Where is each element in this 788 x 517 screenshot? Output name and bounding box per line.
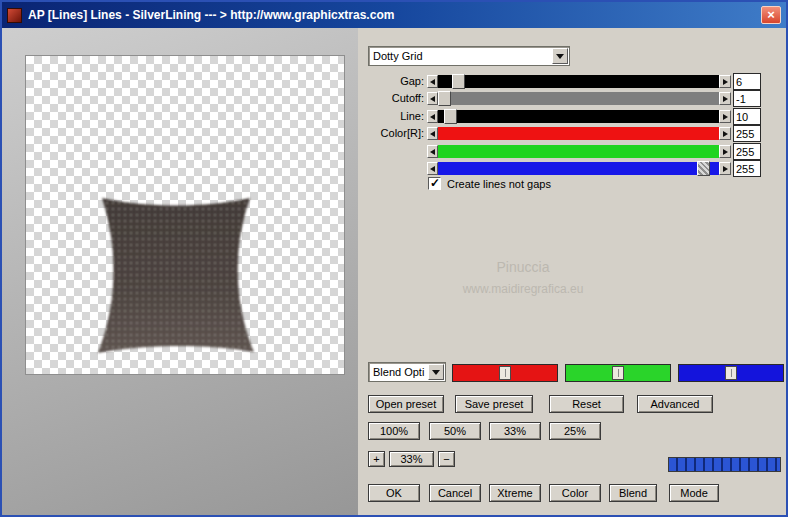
blend-slider-red[interactable] [452,364,558,382]
slider-track[interactable] [438,162,719,175]
slider-value-input[interactable] [733,108,761,125]
blend-slider-blue[interactable] [678,364,784,382]
preset-dropdown-arrow[interactable] [552,48,568,64]
right-arrow-icon [723,131,728,137]
left-arrow-icon [430,149,435,155]
slider-value-input[interactable] [733,73,761,90]
slider-right-arrow[interactable] [719,75,731,88]
blend-button[interactable]: Blend [609,484,657,502]
right-arrow-icon [723,149,728,155]
chevron-down-icon [432,370,440,375]
app-icon [7,8,22,23]
reset-button[interactable]: Reset [549,395,624,413]
right-arrow-icon [723,114,728,120]
zoom-100-button[interactable]: 100% [368,422,420,440]
checkmark-icon: ✓ [430,176,440,190]
slider-value-input[interactable] [733,90,761,107]
zoom-33-button[interactable]: 33% [489,422,541,440]
slider-row-color-r: Color[R]: [358,125,764,142]
slider-thumb[interactable] [697,161,710,176]
left-arrow-icon [430,166,435,172]
xtreme-button[interactable]: Xtreme [489,484,541,502]
slider-thumb[interactable] [444,109,457,124]
zoom-level-value: 33% [389,451,434,467]
color-button[interactable]: Color [549,484,601,502]
titlebar[interactable]: AP [Lines] Lines - SilverLining --- > ht… [2,2,786,28]
slider-left-arrow[interactable] [427,75,438,88]
control-pane: Dotty Grid Gap: Cutoff: [358,28,786,515]
slider-label [358,143,424,160]
blend-slider-green-thumb[interactable] [612,366,624,380]
slider-right-arrow[interactable] [719,92,731,105]
left-arrow-icon [430,79,435,85]
blend-slider-green[interactable] [565,364,671,382]
slider-left-arrow[interactable] [427,92,438,105]
blend-dropdown-arrow[interactable] [428,364,444,380]
create-lines-label: Create lines not gaps [447,177,551,191]
save-preset-button[interactable]: Save preset [455,395,533,413]
zoom-25-button[interactable]: 25% [549,422,601,440]
chevron-down-icon [556,54,564,59]
close-button[interactable]: × [761,6,781,24]
blend-dropdown-value: Blend Opti [373,366,425,378]
cancel-button[interactable]: Cancel [429,484,481,502]
slider-left-arrow[interactable] [427,162,438,175]
create-lines-checkbox[interactable]: ✓ [428,177,441,190]
watermark-line2: www.maidiregrafica.eu [418,282,628,296]
mode-button[interactable]: Mode [669,484,719,502]
right-arrow-icon [723,166,728,172]
zoom-minus-button[interactable]: − [438,451,455,467]
slider-value-input[interactable] [733,125,761,142]
advanced-button[interactable]: Advanced [637,395,713,413]
right-arrow-icon [723,79,728,85]
slider-left-arrow[interactable] [427,145,438,158]
blend-options-dropdown[interactable]: Blend Opti [368,362,446,382]
progress-bar [668,457,781,472]
slider-label: Cutoff: [358,90,424,107]
left-arrow-icon [430,131,435,137]
slider-left-arrow[interactable] [427,110,438,123]
slider-label: Color[R]: [358,125,424,142]
slider-track[interactable] [438,75,719,88]
slider-label: Line: [358,108,424,125]
watermark: Pinuccia www.maidiregrafica.eu [418,259,628,296]
slider-row-line: Line: [358,108,764,125]
slider-row-gap: Gap: [358,73,764,90]
preview-canvas[interactable] [25,55,345,375]
zoom-plus-button[interactable]: + [368,451,385,467]
slider-row-color-g [358,143,764,160]
slider-track[interactable] [438,145,719,158]
zoom-50-button[interactable]: 50% [429,422,481,440]
window-title: AP [Lines] Lines - SilverLining --- > ht… [28,8,761,22]
close-icon: × [767,7,775,22]
slider-value-input[interactable] [733,143,761,160]
window-body: Dotty Grid Gap: Cutoff: [2,28,786,515]
slider-track[interactable] [438,92,719,105]
preset-dropdown-value: Dotty Grid [373,50,549,62]
slider-thumb[interactable] [452,74,465,89]
preset-dropdown[interactable]: Dotty Grid [368,46,570,66]
preview-shape [26,56,344,374]
slider-thumb[interactable] [438,91,451,106]
slider-row-cutoff: Cutoff: [358,90,764,107]
preview-pane [2,28,358,515]
blend-slider-blue-thumb[interactable] [725,366,737,380]
ok-button[interactable]: OK [368,484,420,502]
plugin-window: AP [Lines] Lines - SilverLining --- > ht… [0,0,788,517]
slider-row-color-b [358,160,764,177]
watermark-line1: Pinuccia [418,259,628,275]
slider-right-arrow[interactable] [719,145,731,158]
slider-left-arrow[interactable] [427,127,438,140]
left-arrow-icon [430,96,435,102]
open-preset-button[interactable]: Open preset [368,395,444,413]
slider-track[interactable] [438,110,719,123]
slider-track[interactable] [438,127,719,140]
slider-label [358,160,424,177]
slider-right-arrow[interactable] [719,162,731,175]
blend-slider-red-thumb[interactable] [499,366,511,380]
slider-label: Gap: [358,73,424,90]
slider-value-input[interactable] [733,160,761,177]
slider-right-arrow[interactable] [719,127,731,140]
create-lines-row: ✓ Create lines not gaps [358,177,658,191]
slider-right-arrow[interactable] [719,110,731,123]
